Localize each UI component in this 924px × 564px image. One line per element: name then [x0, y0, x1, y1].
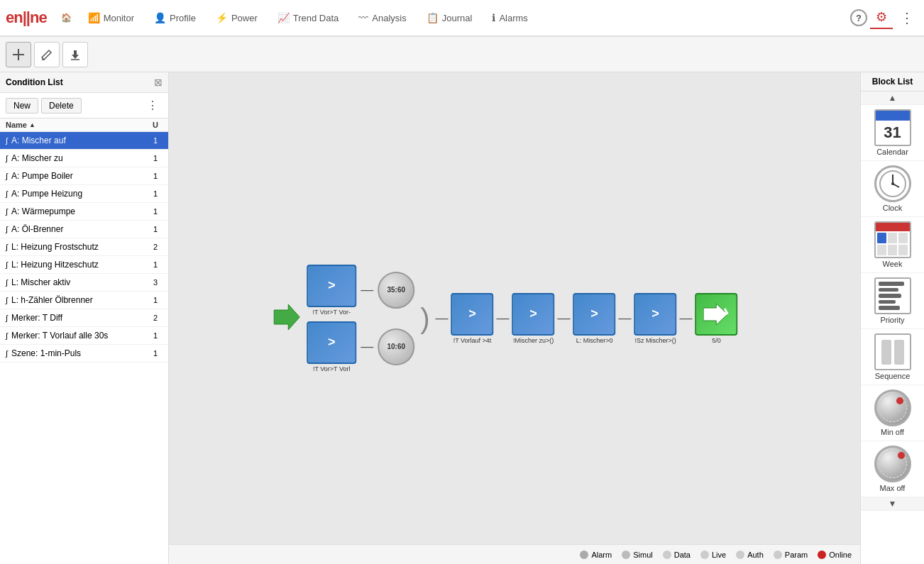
- integral-icon: ∫: [6, 296, 8, 304]
- condition-item-name: A: Öl-Brenner: [11, 224, 148, 234]
- block-item-min-off[interactable]: Min off: [861, 385, 924, 441]
- condition-block-5[interactable]: > L: Mischer>0: [573, 293, 616, 344]
- condition-block-4[interactable]: > !Mischer zu>(): [512, 293, 555, 344]
- nav-item-profile[interactable]: 👤 Profile: [144, 0, 206, 36]
- edit-icon: [40, 48, 54, 62]
- condition-block-1[interactable]: > !T Vor>T Vor-: [307, 265, 356, 316]
- condition-list-columns: Name ▲ U: [0, 118, 168, 132]
- online-dot: [818, 551, 826, 559]
- simul-dot: [622, 551, 630, 559]
- dash-connector-6: —: [619, 311, 632, 326]
- more-button[interactable]: ⋮: [896, 6, 918, 29]
- integral-icon: ∫: [6, 243, 8, 251]
- list-item[interactable]: ∫ A: Mischer zu 1: [0, 150, 168, 167]
- list-item[interactable]: ∫ Merker: T Vorlauf alle 30s 1: [0, 327, 168, 345]
- param-label: Param: [785, 551, 808, 559]
- condition-item-name: A: Wärmepumpe: [11, 206, 148, 216]
- settings-button[interactable]: ⚙: [870, 6, 893, 29]
- list-item[interactable]: ∫ A: Pumpe Heizung 1: [0, 185, 168, 203]
- end-block[interactable]: 5/0: [695, 293, 738, 344]
- name-column-header: Name ▲: [6, 121, 148, 129]
- block-item-week[interactable]: Week: [861, 217, 924, 273]
- select-tool-button[interactable]: [6, 42, 31, 67]
- nav-item-power[interactable]: ⚡ Power: [206, 0, 268, 36]
- condition-item-name: A: Pumpe Boiler: [11, 171, 148, 181]
- condition-item-name: Merker: T Vorlauf alle 30s: [11, 331, 148, 341]
- nav-label-alarms: Alarms: [499, 13, 527, 23]
- list-item[interactable]: ∫ L: h-Zähler Ölbrenner 1: [0, 292, 168, 309]
- list-item[interactable]: ∫ A: Öl-Brenner 1: [0, 221, 168, 238]
- condition-group-vertical: > !T Vor>T Vor- — 35:60 >: [307, 265, 414, 372]
- toolbar: [0, 37, 924, 72]
- list-item[interactable]: ∫ L: Heizung Hitzeschutz 1: [0, 256, 168, 274]
- block-item-sequence[interactable]: Sequence: [861, 329, 924, 385]
- integral-icon: ∫: [6, 314, 8, 322]
- scroll-down-button[interactable]: ▼: [861, 497, 924, 511]
- condition-more-button[interactable]: ⋮: [143, 97, 163, 114]
- nav-label-power: Power: [231, 13, 258, 23]
- condition-row-2: > !T Vor>T Vorl — 10:60: [307, 321, 414, 372]
- min-off-icon: [874, 389, 911, 426]
- block-item-calendar[interactable]: 31 Calendar: [861, 105, 924, 161]
- analysis-icon: 〰: [358, 12, 368, 23]
- condition-block-3[interactable]: > !T Vorlauf >4t: [451, 293, 494, 344]
- timer-block-2[interactable]: 10:60: [378, 328, 414, 365]
- nav-item-alarms[interactable]: ℹ Alarms: [482, 0, 537, 36]
- list-item[interactable]: ∫ L: Heizung Frostschutz 2: [0, 238, 168, 256]
- integral-icon: ∫: [6, 260, 8, 269]
- help-button[interactable]: ?: [850, 9, 867, 26]
- profile-icon: 👤: [154, 12, 166, 23]
- list-item[interactable]: ∫ A: Mischer auf 1: [0, 132, 168, 150]
- block-item-clock[interactable]: Clock: [861, 161, 924, 217]
- condition-item-name: L: Heizung Frostschutz: [11, 242, 148, 252]
- block-list-panel: Block List ▲ 31 Calendar: [860, 72, 924, 564]
- condition-item-name: A: Mischer auf: [11, 136, 148, 145]
- dash-connector-5: —: [558, 311, 571, 326]
- timer-block-1[interactable]: 35:60: [378, 272, 414, 309]
- max-off-label: Max off: [880, 484, 906, 492]
- list-item[interactable]: ∫ Merker: T Diff 2: [0, 309, 168, 327]
- nav-label-profile: Profile: [170, 13, 196, 23]
- status-bar: Alarm Simul Data Live Auth Param: [169, 544, 860, 564]
- status-online: Online: [818, 551, 852, 559]
- condition-list-close-button[interactable]: ⊠: [154, 77, 163, 88]
- list-item[interactable]: ∫ L: Mischer aktiv 3: [0, 274, 168, 292]
- condition-item-name: A: Mischer zu: [11, 153, 148, 163]
- condition-item-name: Szene: 1-min-Puls: [11, 348, 148, 358]
- scroll-up-button[interactable]: ▲: [861, 92, 924, 105]
- nav-item-analysis[interactable]: 〰 Analysis: [348, 0, 416, 36]
- integral-icon: ∫: [6, 189, 8, 198]
- block-item-max-off[interactable]: Max off: [861, 441, 924, 497]
- block-item-priority[interactable]: Priority: [861, 273, 924, 329]
- nav-item-trend-data[interactable]: 📈 Trend Data: [268, 0, 349, 36]
- list-item[interactable]: ∫ Szene: 1-min-Puls 1: [0, 345, 168, 363]
- edit-tool-button[interactable]: [34, 42, 60, 67]
- home-button[interactable]: 🏠: [55, 6, 78, 29]
- sequence-icon: [874, 333, 911, 370]
- nav-item-journal[interactable]: 📋 Journal: [417, 0, 483, 36]
- nav-item-monitor[interactable]: 📶 Monitor: [78, 0, 144, 36]
- week-icon: [874, 221, 911, 258]
- u-column-header: U: [148, 121, 163, 129]
- list-item[interactable]: ∫ A: Pumpe Boiler 1: [0, 167, 168, 185]
- nav-right: ? ⚙ ⋮: [850, 6, 918, 29]
- calendar-label: Calendar: [876, 148, 908, 156]
- calendar-icon: 31: [874, 109, 911, 146]
- export-button[interactable]: [62, 42, 88, 67]
- auth-label: Auth: [747, 551, 764, 559]
- new-condition-button[interactable]: New: [6, 98, 38, 114]
- min-off-label: Min off: [881, 428, 904, 436]
- nav-label-trend: Trend Data: [293, 13, 339, 23]
- trend-icon: 📈: [277, 12, 290, 23]
- condition-block-6[interactable]: > !Sz Mischer>(): [634, 293, 677, 344]
- block-list-title: Block List: [861, 72, 924, 92]
- delete-condition-button[interactable]: Delete: [41, 98, 82, 114]
- dash-connector-2: —: [361, 339, 373, 354]
- sequence-label: Sequence: [875, 372, 911, 380]
- condition-block-2[interactable]: > !T Vor>T Vorl: [307, 321, 356, 372]
- priority-label: Priority: [880, 316, 904, 324]
- condition-item-name: L: h-Zähler Ölbrenner: [11, 295, 148, 305]
- status-data: Data: [663, 551, 691, 559]
- integral-icon: ∫: [6, 349, 8, 358]
- list-item[interactable]: ∫ A: Wärmepumpe 1: [0, 203, 168, 221]
